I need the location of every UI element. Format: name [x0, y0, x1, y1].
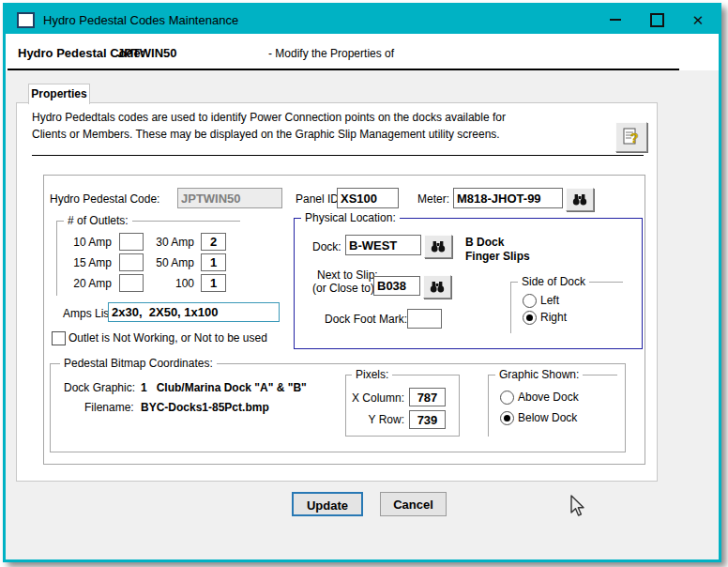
- binoculars-icon: [430, 281, 445, 293]
- side-of-dock-group: Side of Dock Left Right: [510, 282, 623, 333]
- filename-label: Filename:: [84, 401, 134, 414]
- next-to-slip-label2: (or Close to): [312, 282, 374, 295]
- side-left-radio[interactable]: [523, 294, 537, 308]
- panel-id-field[interactable]: [337, 188, 399, 208]
- outlet-20amp-label: 20 Amp: [65, 277, 112, 290]
- cancel-button[interactable]: Cancel: [380, 492, 447, 516]
- outlet-100-label: 100: [147, 277, 194, 290]
- binoculars-icon: [572, 193, 587, 206]
- outlet-10amp-label: 10 Amp: [65, 236, 112, 249]
- outlet-100-field[interactable]: [201, 274, 226, 292]
- side-right-radio[interactable]: [523, 311, 537, 325]
- outlets-group-title: # of Outlets:: [64, 214, 132, 227]
- above-dock-radio[interactable]: [500, 391, 514, 405]
- outlet-30amp-field[interactable]: [201, 233, 226, 251]
- dock-label: Dock:: [312, 240, 341, 253]
- slip-lookup-button[interactable]: [423, 275, 451, 299]
- description-line1: Hydro Pededtals codes are used to identi…: [32, 111, 506, 124]
- x-column-field[interactable]: [409, 388, 446, 406]
- maximize-icon: [650, 13, 664, 27]
- outlet-10amp-field[interactable]: [119, 233, 144, 251]
- outlet-50amp-field[interactable]: [201, 253, 226, 271]
- x-column-label: X Column:: [350, 391, 404, 405]
- minimize-button[interactable]: [595, 6, 636, 34]
- window-icon: [17, 12, 35, 28]
- description-line2: Clients or Members. These may be display…: [32, 128, 500, 141]
- meter-field[interactable]: [453, 188, 563, 208]
- dock-graphic-label: Dock Graphic:: [64, 381, 135, 394]
- help-icon: ?: [622, 127, 641, 147]
- side-of-dock-title: Side of Dock: [518, 275, 589, 288]
- pedestal-code-label: Hydro Pedestal Code:: [50, 192, 159, 206]
- title-bar[interactable]: Hydro Pedestal Codes Maintenance ✕: [6, 6, 719, 34]
- pixels-title: Pixels:: [352, 368, 392, 381]
- y-row-label: Y Row:: [350, 413, 404, 426]
- outlet-50amp-label: 50 Amp: [147, 256, 194, 269]
- header-divider: [8, 69, 679, 70]
- outlet-20amp-field[interactable]: [119, 274, 144, 292]
- dock-name-line1: B Dock: [465, 236, 504, 249]
- not-working-checkbox[interactable]: [52, 331, 66, 345]
- meter-label: Meter:: [417, 192, 449, 206]
- close-button[interactable]: ✕: [677, 6, 719, 34]
- minimize-icon: [610, 19, 621, 21]
- dock-graphic-value: 1 Club/Marina Dock "A" & "B": [141, 381, 307, 394]
- bitmap-coordinates-title: Pedestal Bitmap Coordinates:: [60, 357, 217, 370]
- update-button[interactable]: Update: [292, 492, 363, 516]
- next-to-slip-field[interactable]: [373, 276, 420, 296]
- y-row-field[interactable]: [409, 410, 446, 429]
- dock-foot-mark-label: Dock Foot Mark:: [325, 313, 407, 326]
- physical-location-title: Physical Location:: [301, 211, 400, 224]
- dock-name-line2: Finger Slips: [465, 250, 530, 263]
- outlet-15amp-field[interactable]: [119, 253, 144, 271]
- filename-value: BYC-Docks1-85Pct.bmp: [141, 401, 269, 414]
- above-dock-label: Above Dock: [518, 391, 579, 404]
- meter-lookup-button[interactable]: [566, 188, 594, 211]
- mouse-cursor: [570, 495, 585, 517]
- below-dock-label: Below Dock: [518, 411, 577, 424]
- maximize-button[interactable]: [636, 6, 677, 34]
- window-title: Hydro Pedestal Codes Maintenance: [43, 13, 238, 27]
- form-panel: Hydro Pedestal Code: Panel ID: Meter: # …: [43, 175, 645, 465]
- outlet-30amp-label: 30 Amp: [147, 236, 194, 249]
- panel-id-label: Panel ID:: [296, 192, 341, 206]
- dock-foot-mark-field[interactable]: [407, 309, 442, 329]
- physical-location-group: Physical Location: Dock: B Dock Finger S…: [294, 218, 643, 349]
- not-working-label: Outlet is Not Working, or Not to be used: [68, 331, 267, 345]
- dock-field[interactable]: [345, 235, 421, 255]
- graphic-shown-title: Graphic Shown:: [495, 368, 583, 381]
- window-controls: ✕: [595, 6, 719, 34]
- next-to-slip-label1: Next to Slip:: [317, 268, 378, 282]
- dock-lookup-button[interactable]: [424, 235, 452, 258]
- svg-text:?: ?: [630, 130, 639, 146]
- description-divider: [32, 155, 644, 156]
- help-button[interactable]: ?: [615, 122, 647, 152]
- pedestal-code-field: [177, 188, 282, 208]
- close-icon: ✕: [692, 13, 705, 27]
- screen: Hydro Pedestal Codes Maintenance ✕ Hydro…: [0, 0, 728, 567]
- header: Hydro Pedestal Code: JPTWIN50 - Modify t…: [6, 34, 719, 70]
- tab-properties[interactable]: Properties: [28, 84, 90, 104]
- graphic-shown-group: Graphic Shown: Above Dock Below Dock: [488, 375, 617, 437]
- header-code-value: JPTWIN50: [117, 46, 177, 60]
- amps-list-field[interactable]: [108, 302, 280, 322]
- outlet-15amp-label: 15 Amp: [65, 256, 112, 269]
- bitmap-coordinates-group: Pedestal Bitmap Coordinates: Dock Graphi…: [50, 363, 626, 452]
- binoculars-icon: [431, 240, 446, 253]
- header-suffix: - Modify the Properties of: [268, 47, 394, 60]
- side-left-label: Left: [540, 294, 559, 307]
- tab-page: Hydro Pededtals codes are used to identi…: [16, 102, 658, 482]
- below-dock-radio[interactable]: [500, 411, 514, 425]
- side-right-label: Right: [540, 311, 567, 324]
- dialog-window: Hydro Pedestal Codes Maintenance ✕ Hydro…: [3, 3, 721, 562]
- pixels-group: Pixels: X Column: Y Row:: [345, 375, 460, 437]
